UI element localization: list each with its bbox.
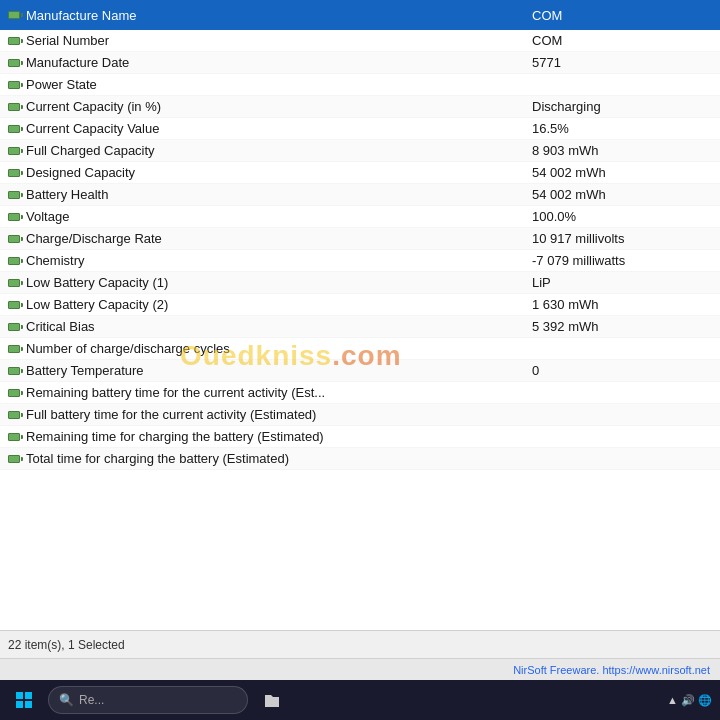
table-row[interactable]: Serial Number COM [0,30,720,52]
row-value: 0 [512,363,712,378]
battery-icon [8,257,20,265]
battery-icon [8,279,20,287]
table-row[interactable]: Charge/Discharge Rate 10 917 millivolts [0,228,720,250]
taskbar-right: ▲ 🔊 🌐 [667,694,712,707]
table-row[interactable]: Remaining battery time for the current a… [0,382,720,404]
table-row[interactable]: Total time for charging the battery (Est… [0,448,720,470]
table-row[interactable]: Voltage 100.0% [0,206,720,228]
row-label: Remaining battery time for the current a… [26,385,512,400]
battery-icon [8,213,20,221]
row-label: Current Capacity (in %) [26,99,512,114]
row-value: 54 002 mWh [512,187,712,202]
table-row[interactable]: Low Battery Capacity (2) 1 630 mWh [0,294,720,316]
row-label: Low Battery Capacity (1) [26,275,512,290]
battery-icon [8,389,20,397]
row-value: -7 079 milliwatts [512,253,712,268]
table-row[interactable]: Critical Bias 5 392 mWh [0,316,720,338]
row-value: 16.5% [512,121,712,136]
table-row[interactable]: Battery Temperature 0 [0,360,720,382]
table-row[interactable]: Number of charge/discharge cycles [0,338,720,360]
row-label: Designed Capacity [26,165,512,180]
table-row[interactable]: Battery Health 54 002 mWh [0,184,720,206]
row-label: Power State [26,77,512,92]
row-value: 5 392 mWh [512,319,712,334]
row-value: LiP [512,275,712,290]
row-value: 1 630 mWh [512,297,712,312]
row-label: Chemistry [26,253,512,268]
nirsoft-text: NirSoft Freeware. https://www.nirsoft.ne… [513,664,710,676]
status-bar: 22 item(s), 1 Selected [0,630,720,658]
taskbar-search[interactable]: 🔍 Re... [48,686,248,714]
status-text: 22 item(s), 1 Selected [8,638,125,652]
battery-icon [8,455,20,463]
table-row[interactable]: Current Capacity Value 16.5% [0,118,720,140]
battery-icon [8,301,20,309]
table-content: Serial Number COM Manufacture Date 5771 … [0,30,720,630]
table-row[interactable]: Full battery time for the current activi… [0,404,720,426]
battery-icon [8,235,20,243]
row-label: Number of charge/discharge cycles [26,341,512,356]
row-value: COM [512,33,712,48]
table-row[interactable]: Low Battery Capacity (1) LiP [0,272,720,294]
battery-icon [8,37,20,45]
row-label: Serial Number [26,33,512,48]
table-row[interactable]: Remaining time for charging the battery … [0,426,720,448]
taskbar-file-explorer[interactable] [256,684,288,716]
row-label: Current Capacity Value [26,121,512,136]
battery-icon [8,169,20,177]
taskbar-search-placeholder: Re... [79,693,104,707]
battery-icon [8,367,20,375]
row-label: Remaining time for charging the battery … [26,429,512,444]
row-value: Discharging [512,99,712,114]
table-row[interactable]: Designed Capacity 54 002 mWh [0,162,720,184]
battery-icon [8,81,20,89]
header-value: COM [512,8,712,23]
battery-icon [8,433,20,441]
taskbar: 🔍 Re... ▲ 🔊 🌐 [0,680,720,720]
row-label: Charge/Discharge Rate [26,231,512,246]
row-value: 5771 [512,55,712,70]
table-row[interactable]: Manufacture Date 5771 [0,52,720,74]
svg-rect-0 [16,692,23,699]
svg-rect-3 [25,701,32,708]
battery-icon [8,59,20,67]
table-row[interactable]: Current Capacity (in %) Discharging [0,96,720,118]
battery-icon [8,147,20,155]
header-label: Manufacture Name [26,8,512,23]
row-label: Total time for charging the battery (Est… [26,451,512,466]
table-row[interactable]: Power State [0,74,720,96]
row-value: 8 903 mWh [512,143,712,158]
row-label: Manufacture Date [26,55,512,70]
taskbar-start-button[interactable] [8,684,40,716]
row-value: 100.0% [512,209,712,224]
table-row[interactable]: Chemistry -7 079 milliwatts [0,250,720,272]
battery-icon [8,411,20,419]
svg-rect-2 [16,701,23,708]
main-window: Manufacture Name COM Serial Number COM M… [0,0,720,720]
battery-icon [8,191,20,199]
taskbar-clock: ▲ 🔊 🌐 [667,694,712,707]
row-label: Critical Bias [26,319,512,334]
battery-icon [8,345,20,353]
nirsoft-bar: NirSoft Freeware. https://www.nirsoft.ne… [0,658,720,680]
row-label: Full Charged Capacity [26,143,512,158]
row-label: Full battery time for the current activi… [26,407,512,422]
table-row[interactable]: Full Charged Capacity 8 903 mWh [0,140,720,162]
row-value: 54 002 mWh [512,165,712,180]
row-label: Battery Health [26,187,512,202]
battery-icon-header [8,11,20,19]
svg-rect-1 [25,692,32,699]
header-row[interactable]: Manufacture Name COM [0,0,720,30]
row-label: Voltage [26,209,512,224]
battery-icon [8,323,20,331]
row-label: Battery Temperature [26,363,512,378]
battery-icon [8,125,20,133]
battery-icon [8,103,20,111]
row-label: Low Battery Capacity (2) [26,297,512,312]
row-value: 10 917 millivolts [512,231,712,246]
